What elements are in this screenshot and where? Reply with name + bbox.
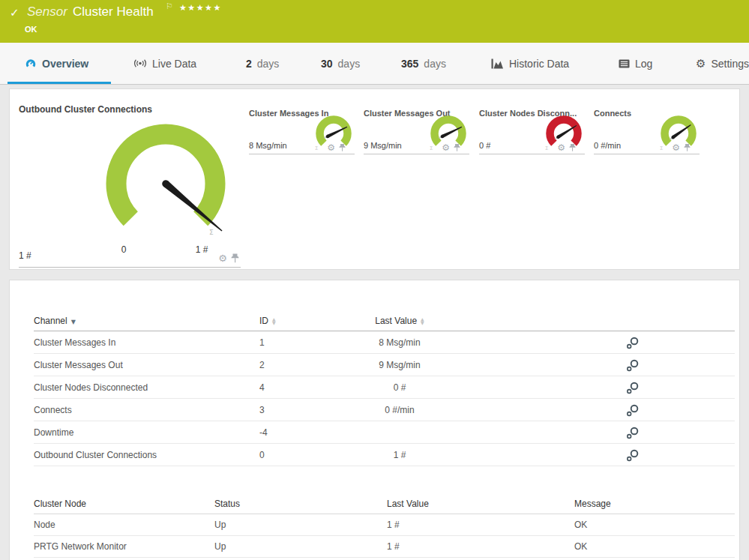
tab-historic-data[interactable]: Historic Data [491, 43, 569, 84]
primary-gauge: Σ [83, 101, 248, 266]
gauge-tools: ⚙ [218, 253, 239, 263]
flag-icon[interactable]: ⚐ [166, 1, 173, 11]
table-row[interactable]: Node Up 1 # OK [34, 514, 735, 536]
priority-stars[interactable]: ★★★★★ [179, 3, 222, 13]
status-badge: OK [25, 25, 37, 34]
channel-id: 4 [259, 382, 306, 393]
tab-settings[interactable]: ⚙ Settings [696, 43, 749, 84]
table-row[interactable]: Cluster Messages Out 2 9 Msg/min [34, 354, 735, 376]
column-header-channel[interactable]: Channel▼ [34, 316, 259, 326]
channel-last-value: 9 Msg/min [306, 360, 493, 370]
gear-icon: ⚙ [696, 57, 706, 70]
tab-2-days-number: 2 [246, 58, 252, 70]
column-header-message: Message [574, 499, 735, 509]
zoom-channel-icon[interactable] [626, 449, 639, 462]
zoom-channel-icon[interactable] [626, 337, 639, 349]
channel-table: Channel▼ ID▲▼ Last Value▲▼ Cluster Messa… [34, 310, 735, 466]
pin-icon[interactable] [339, 143, 346, 152]
gauge-icon [25, 58, 37, 70]
tab-365-days-number: 365 [401, 58, 418, 70]
channel-id: 2 [259, 360, 306, 370]
gauge-scale-min: 0 [116, 244, 131, 255]
tab-overview[interactable]: Overview [25, 43, 88, 84]
channel-id: 1 [259, 337, 306, 348]
channel-settings-gear-icon[interactable]: ⚙ [327, 143, 335, 152]
channel-name: Cluster Nodes Disconnected [34, 382, 259, 393]
channel-name: Cluster Messages In [34, 337, 259, 348]
column-header-last-value[interactable]: Last Value▲▼ [306, 316, 493, 326]
small-gauge-cell: Cluster Messages Out Σ 9 Msg/min ⚙ [364, 109, 469, 154]
small-gauge-cell: Connects Σ 0 #/min ⚙ [594, 109, 700, 154]
tab-365-days-label: days [424, 58, 446, 70]
node-status: Up [214, 520, 387, 530]
tab-2-days[interactable]: 2 days [246, 43, 279, 84]
tab-live-data-label: Live Data [152, 58, 196, 70]
gauge-tools: ⚙ [557, 143, 576, 152]
tab-365-days[interactable]: 365 days [401, 43, 446, 84]
table-row[interactable]: Cluster Messages In 1 8 Msg/min [34, 331, 735, 354]
zoom-channel-icon[interactable] [626, 427, 639, 439]
node-name: Node [34, 520, 214, 530]
zoom-channel-icon[interactable] [626, 382, 639, 394]
node-message: OK [574, 520, 735, 530]
pin-icon[interactable] [684, 143, 691, 152]
tab-30-days[interactable]: 30 days [321, 43, 360, 84]
tables-panel: Channel▼ ID▲▼ Last Value▲▼ Cluster Messa… [9, 280, 740, 560]
sensor-header: ✓ SensorCluster Health ⚐ ★★★★★ OK [0, 0, 749, 43]
small-gauge-value: 9 Msg/min [364, 141, 402, 150]
page-title: Cluster Health [73, 4, 154, 19]
zoom-channel-icon[interactable] [626, 404, 639, 417]
small-gauge-cell: Cluster Nodes Disconn... Σ 0 # ⚙ [479, 109, 585, 154]
channel-name: Downtime [34, 427, 259, 438]
tab-settings-label: Settings [711, 58, 749, 70]
sort-icon: ▲▼ [421, 317, 424, 325]
small-gauge-cell: Cluster Messages In Σ 8 Msg/min ⚙ [249, 109, 355, 154]
channel-settings-gear-icon[interactable]: ⚙ [557, 143, 565, 152]
primary-gauge-value: 1 # [19, 250, 31, 261]
sort-desc-icon: ▼ [71, 319, 76, 325]
log-list-icon [619, 59, 630, 68]
average-marker-icon: Σ [545, 145, 548, 151]
channel-settings-gear-icon[interactable]: ⚙ [218, 253, 227, 263]
gauge-tools: ⚙ [672, 143, 691, 152]
status-check-icon: ✓ [10, 6, 19, 19]
channel-settings-gear-icon[interactable]: ⚙ [442, 143, 450, 152]
node-last-value: 1 # [387, 541, 574, 552]
channel-last-value: 8 Msg/min [306, 337, 493, 348]
column-header-last-value-label: Last Value [375, 316, 417, 326]
pin-icon[interactable] [569, 143, 576, 152]
node-status: Up [214, 541, 387, 552]
gauges-panel: Outbound Cluster Connections Σ 0 1 # 1 #… [9, 88, 740, 270]
tab-30-days-label: days [338, 58, 361, 70]
channel-name: Connects [34, 405, 259, 415]
channel-last-value: 0 #/min [306, 405, 493, 415]
table-row[interactable]: Cluster Nodes Disconnected 4 0 # [34, 376, 735, 399]
pin-icon[interactable] [231, 253, 239, 263]
column-header-channel-label: Channel [34, 316, 67, 326]
table-row[interactable]: Connects 3 0 #/min [34, 399, 735, 421]
cluster-node-table-header: Cluster Node Status Last Value Message [34, 493, 735, 514]
tab-log[interactable]: Log [619, 43, 652, 84]
tab-2-days-label: days [257, 58, 280, 70]
column-header-last-value: Last Value [387, 499, 574, 509]
gauge-scale-max: 1 # [185, 244, 218, 255]
tab-log-label: Log [635, 58, 652, 70]
channel-last-value: 1 # [306, 450, 493, 460]
zoom-channel-icon[interactable] [626, 359, 639, 372]
column-header-id[interactable]: ID▲▼ [259, 316, 306, 326]
table-row[interactable]: PRTG Network Monitor Up 1 # OK [34, 536, 735, 558]
channel-settings-gear-icon[interactable]: ⚙ [672, 143, 680, 152]
table-row[interactable]: Downtime -4 [34, 421, 735, 444]
gauge-tools: ⚙ [442, 143, 460, 152]
pin-icon[interactable] [454, 143, 460, 152]
tab-bar: Overview Live Data 2 days 30 days 365 da… [0, 43, 749, 85]
average-marker-icon: Σ [209, 229, 214, 236]
channel-id: 0 [259, 450, 306, 460]
channel-id: 3 [259, 405, 306, 415]
tab-30-days-number: 30 [321, 58, 333, 70]
live-broadcast-icon [133, 58, 147, 68]
small-gauge-value: 8 Msg/min [249, 141, 287, 150]
tab-live-data[interactable]: Live Data [133, 43, 196, 84]
table-row[interactable]: Outbound Cluster Connections 0 1 # [34, 444, 735, 466]
area-chart-icon [491, 58, 504, 69]
